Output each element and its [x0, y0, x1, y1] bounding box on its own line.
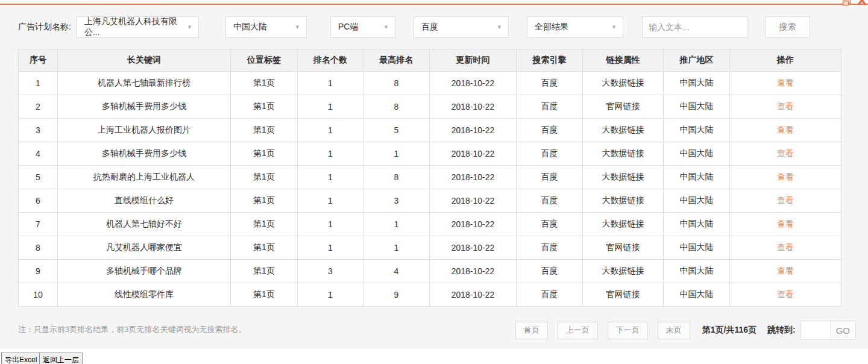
restore-window-icon[interactable]: [842, 0, 851, 7]
cell-link-attr: 大数据链接: [583, 260, 664, 283]
cell-index: 3: [19, 119, 58, 142]
cell-update-time: 2018-10-22: [430, 260, 517, 283]
cell-engine: 百度: [517, 213, 583, 236]
jump-page-input[interactable]: [801, 321, 830, 339]
cell-engine: 百度: [517, 166, 583, 189]
cell-action: 查看: [730, 283, 841, 307]
view-link[interactable]: 查看: [777, 78, 794, 87]
cell-region: 中国大陆: [664, 189, 730, 213]
cell-action: 查看: [730, 213, 841, 236]
filter-campaign-select[interactable]: 上海凡艾机器人科技有限公... ▼: [77, 16, 199, 38]
view-link[interactable]: 查看: [777, 101, 794, 111]
keyword-search-input[interactable]: [642, 16, 748, 38]
back-button[interactable]: 返回上一层: [39, 353, 83, 364]
column-header: 最高排名: [363, 49, 430, 72]
cell-position: 第1页: [231, 283, 298, 307]
cell-keyword: 上海工业机器人报价图片: [58, 119, 231, 142]
column-header: 搜索引擎: [517, 49, 583, 72]
table-row: 7机器人第七轴好不好第1页112018-10-22百度大数据链接中国大陆查看: [19, 213, 841, 236]
cell-region: 中国大陆: [664, 95, 730, 119]
cell-rank-count: 1: [298, 166, 363, 189]
cell-action: 查看: [730, 142, 841, 166]
go-button[interactable]: GO: [830, 321, 855, 339]
cell-link-attr: 大数据链接: [583, 189, 664, 213]
cell-best-rank: 8: [363, 166, 430, 189]
cell-index: 2: [19, 95, 58, 119]
column-header: 推广地区: [664, 49, 730, 72]
footer-row: 注：只显示前3页排名结果，前3页无排名关键词视为无搜索排名。 首页 上一页 下一…: [18, 321, 856, 340]
cell-keyword: 机器人第七轴最新排行榜: [58, 72, 231, 95]
cell-keyword: 多轴机械手费用多少钱: [58, 95, 231, 119]
prev-page-button[interactable]: 上一页: [558, 322, 598, 339]
cell-position: 第1页: [231, 119, 298, 142]
cell-rank-count: 1: [298, 213, 363, 236]
chevron-up-icon[interactable]: [857, 0, 867, 7]
cell-region: 中国大陆: [664, 72, 730, 95]
page-info: 第1页/共116页: [702, 325, 756, 336]
cell-best-rank: 1: [363, 213, 430, 236]
first-page-button[interactable]: 首页: [515, 322, 548, 339]
view-link[interactable]: 查看: [777, 266, 794, 275]
table-row: 3上海工业机器人报价图片第1页152018-10-22百度大数据链接中国大陆查看: [19, 119, 841, 142]
search-button[interactable]: 搜索: [765, 16, 810, 38]
table-row: 4多轴机械手费用多少钱第1页112018-10-22百度大数据链接中国大陆查看: [19, 142, 841, 166]
cell-index: 10: [19, 283, 58, 307]
cell-best-rank: 8: [363, 72, 430, 95]
last-page-button[interactable]: 末页: [658, 322, 690, 339]
cell-position: 第1页: [231, 72, 298, 95]
cell-best-rank: 3: [363, 189, 430, 213]
table-row: 1机器人第七轴最新排行榜第1页182018-10-22百度大数据链接中国大陆查看: [19, 72, 841, 95]
cell-index: 9: [19, 260, 58, 283]
cell-best-rank: 1: [363, 236, 430, 260]
cell-rank-count: 1: [298, 95, 363, 119]
jump-group: GO: [800, 321, 856, 340]
view-link[interactable]: 查看: [777, 125, 794, 134]
cell-index: 1: [19, 72, 58, 95]
filter-region-value: 中国大陆: [233, 22, 267, 33]
cell-engine: 百度: [517, 189, 583, 213]
campaign-name-label: 广告计划名称:: [18, 22, 71, 33]
cell-link-attr: 大数据链接: [583, 72, 664, 95]
cell-keyword: 凡艾机器人哪家便宜: [58, 236, 231, 260]
jump-to-label: 跳转到:: [767, 325, 796, 336]
filter-region-select[interactable]: 中国大陆 ▼: [225, 16, 307, 38]
cell-link-attr: 大数据链接: [583, 166, 664, 189]
view-link[interactable]: 查看: [777, 242, 794, 252]
cell-index: 7: [19, 213, 58, 236]
cell-update-time: 2018-10-22: [430, 189, 517, 213]
bottom-strip: [0, 349, 868, 364]
cell-engine: 百度: [517, 72, 583, 95]
cell-update-time: 2018-10-22: [430, 142, 517, 166]
view-link[interactable]: 查看: [777, 148, 794, 158]
table-row: 2多轴机械手费用多少钱第1页182018-10-22百度官网链接中国大陆查看: [19, 95, 841, 119]
table-row: 9多轴机械手哪个品牌第1页342018-10-22百度大数据链接中国大陆查看: [19, 260, 841, 283]
cell-engine: 百度: [517, 236, 583, 260]
filter-result-value: 全部结果: [535, 22, 568, 33]
cell-engine: 百度: [517, 142, 583, 166]
view-link[interactable]: 查看: [777, 195, 794, 205]
view-link[interactable]: 查看: [777, 289, 794, 299]
cell-position: 第1页: [231, 166, 298, 189]
rank-table-container: 序号长关键词位置标签排名个数最高排名更新时间搜索引擎链接属性推广地区操作 1机器…: [18, 49, 841, 307]
view-link[interactable]: 查看: [777, 219, 794, 228]
cell-action: 查看: [730, 236, 841, 260]
cell-position: 第1页: [231, 213, 298, 236]
caret-down-icon: ▼: [187, 24, 192, 30]
cell-keyword: 多轴机械手费用多少钱: [58, 142, 231, 166]
next-page-button[interactable]: 下一页: [608, 322, 648, 339]
table-header-row: 序号长关键词位置标签排名个数最高排名更新时间搜索引擎链接属性推广地区操作: [19, 49, 841, 72]
filter-engine-select[interactable]: 百度 ▼: [414, 16, 509, 38]
cell-rank-count: 1: [298, 283, 363, 307]
cell-position: 第1页: [231, 236, 298, 260]
cell-region: 中国大陆: [664, 142, 730, 166]
cell-rank-count: 1: [298, 142, 363, 166]
table-row: 6直线模组什么好第1页132018-10-22百度大数据链接中国大陆查看: [19, 189, 841, 213]
filter-device-select[interactable]: PC端 ▼: [330, 16, 395, 38]
view-link[interactable]: 查看: [777, 172, 794, 181]
filter-result-select[interactable]: 全部结果 ▼: [527, 16, 623, 38]
export-excel-button[interactable]: 导出Excel: [1, 353, 40, 364]
cell-action: 查看: [730, 72, 841, 95]
table-row: 5抗热耐磨的上海工业机器人第1页182018-10-22百度大数据链接中国大陆查…: [19, 166, 841, 189]
cell-rank-count: 1: [298, 72, 363, 95]
cell-region: 中国大陆: [664, 166, 730, 189]
